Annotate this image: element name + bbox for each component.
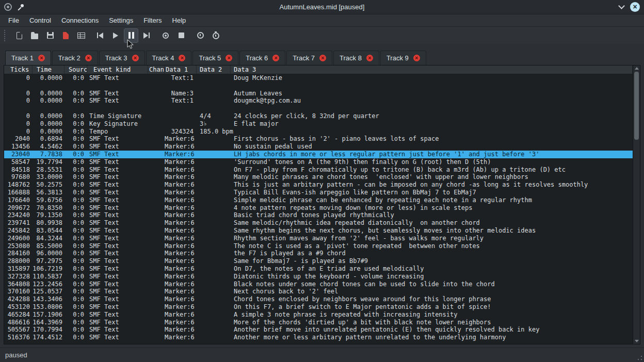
record-button[interactable] [158, 28, 173, 43]
resize-grip[interactable] [637, 355, 643, 361]
tab-track-4[interactable]: Track 4× [146, 51, 192, 65]
event-row[interactable]: 424288143.34060:0SMF TextMarker:6Chord t… [4, 295, 633, 303]
tab-track-9[interactable]: Track 9× [380, 51, 426, 65]
tab-label: Track 2 [58, 54, 81, 62]
cell-data-2 [197, 196, 231, 204]
event-row[interactable]: 453120153.08060:0SMF TextMarker:6On this… [4, 303, 633, 311]
event-row[interactable]: 00.00000:0SMF TextText:1dougmck@tpg.com.… [4, 97, 633, 105]
scroll-down-icon[interactable] [635, 340, 639, 342]
column-header-event-kind[interactable]: Event kind [87, 65, 148, 74]
event-row[interactable]: 20400.68940:0SMF TextMarker:6First choru… [4, 135, 633, 143]
menu-item-connections[interactable]: Connections [56, 15, 104, 25]
event-row[interactable]: 00.00000:0Tempo324324185.0 bpm [4, 128, 633, 136]
tab-track-1[interactable]: Track 1× [5, 51, 51, 65]
menu-item-help[interactable]: Help [167, 15, 191, 25]
tab-track-8[interactable]: Track 8× [333, 51, 379, 65]
event-row[interactable]: 370160125.05370:0SMF TextMarker:6Next ch… [4, 288, 633, 295]
tab-close-icon[interactable]: × [226, 55, 232, 61]
tab-close-icon[interactable]: × [413, 55, 420, 61]
event-row[interactable]: 505567170.79940:0SMF TextMarker:6Another… [4, 326, 633, 334]
open-file-button[interactable] [27, 28, 42, 43]
column-header-ticks[interactable]: Ticks [4, 65, 33, 74]
column-header-source[interactable]: Source [65, 65, 87, 74]
menu-item-control[interactable]: Control [24, 15, 56, 25]
event-row[interactable]: 23424079.13500:0SMF TextMarker:6Basic tr… [4, 211, 633, 219]
event-row[interactable]: 465284157.19060:0SMF TextMarker:6A simpl… [4, 311, 633, 319]
cell-source: 0:0 [65, 281, 87, 288]
event-row[interactable]: 00.00000:0Time Signature4/424 clocks per… [4, 112, 633, 120]
menu-item-filters[interactable]: Filters [138, 15, 167, 25]
event-row[interactable]: 00.00000:0SMF TextText:1Doug McKenzie [4, 74, 633, 82]
cell-time: 0.0000 [33, 128, 65, 136]
column-header-chan[interactable]: Chan [148, 65, 165, 74]
event-row[interactable]: 00.00000:0Key Signature3♭E flat major [4, 120, 633, 128]
play-button[interactable] [108, 28, 123, 43]
pin-icon[interactable] [17, 4, 24, 11]
event-row[interactable]: 230407.78380:0SMF TextMarker:6LH jabs ch… [4, 151, 633, 158]
event-row[interactable]: 24960084.32440:0SMF TextMarker:6Rhythm s… [4, 235, 633, 242]
scroll-up-icon[interactable] [635, 67, 639, 70]
tab-close-icon[interactable]: × [179, 55, 185, 61]
application-window: AutumnLeaves.mid [paused] × FileControlC… [0, 0, 644, 362]
tab-close-icon[interactable]: × [85, 55, 92, 61]
event-row[interactable]: 9768033.00000:0SMF TextMarker:6Many melo… [4, 173, 633, 181]
timer-button[interactable] [193, 28, 207, 43]
tab-track-6[interactable]: Track 6× [239, 51, 285, 65]
cell-data-3: Simple melodic phrase can be enhanced by… [231, 196, 633, 204]
event-row[interactable]: 16688856.38130:0SMF TextMarker:6Typical … [4, 189, 633, 196]
save-file-button[interactable] [43, 28, 57, 43]
event-row[interactable]: 327328110.58370:0SMF TextMarker:6Diatoni… [4, 273, 633, 281]
scrollbar-thumb[interactable] [634, 72, 639, 140]
event-row[interactable]: 23974180.99380:0SMF TextMarker:6Same mel… [4, 219, 633, 227]
event-row[interactable]: 14876250.25750:0SMF TextMarker:6This is … [4, 181, 633, 189]
event-row[interactable]: 5854719.77940:0SMF TextMarker:6'Surround… [4, 158, 633, 166]
event-row[interactable]: 28800097.29750:0SMF TextMarker:6Same for… [4, 257, 633, 265]
event-row[interactable]: 516376174.45120:0SMF TextMarker:6Another… [4, 334, 633, 341]
skip-backward-button[interactable] [93, 28, 107, 43]
column-header-data-3[interactable]: Data 3 [231, 65, 633, 74]
cell-source [65, 105, 87, 112]
pause-button[interactable] [124, 28, 138, 43]
event-row[interactable]: 364808123.24560:0SMF TextMarker:6Black n… [4, 281, 633, 288]
event-list-button[interactable] [74, 28, 88, 43]
event-row[interactable]: 17664059.67560:0SMF TextMarker:6Simple m… [4, 196, 633, 204]
tab-track-5[interactable]: Track 5× [192, 51, 238, 65]
event-row[interactable]: 486616164.39690:0SMF TextMarker:6More of… [4, 319, 633, 326]
close-file-button[interactable] [58, 28, 73, 43]
tab-close-icon[interactable]: × [319, 55, 326, 61]
tab-close-icon[interactable]: × [132, 55, 139, 61]
event-row[interactable]: 25308085.50000:0SMF TextMarker:6The note… [4, 242, 633, 250]
menu-item-settings[interactable]: Settings [104, 15, 138, 25]
new-file-button[interactable] [12, 28, 26, 43]
tab-close-icon[interactable]: × [366, 55, 373, 61]
tab-track-7[interactable]: Track 7× [286, 51, 332, 65]
skip-forward-button[interactable] [139, 28, 154, 43]
close-window-button[interactable]: × [630, 2, 640, 12]
event-row[interactable]: 134564.54620:0SMF TextMarker:6No sustain… [4, 143, 633, 151]
chevron-down-icon[interactable] [618, 3, 625, 9]
tab-close-icon[interactable]: × [38, 55, 45, 61]
event-row[interactable]: 315897106.72190:0SMF TextMarker:6On D7, … [4, 265, 633, 273]
vertical-scrollbar[interactable] [633, 65, 640, 344]
cell-data-1: Marker:6 [165, 311, 197, 319]
event-row[interactable] [4, 82, 633, 90]
event-row[interactable] [4, 105, 633, 112]
event-row[interactable]: 24584283.05440:0SMF TextMarker:6Same rhy… [4, 227, 633, 235]
tab-track-3[interactable]: Track 3× [99, 51, 145, 65]
column-header-data-1[interactable]: Data 1 [165, 65, 197, 74]
toolbar-grip[interactable] [4, 30, 6, 41]
tab-label: Track 6 [246, 54, 268, 62]
cell-event-kind: SMF Text [87, 151, 148, 158]
event-row[interactable]: 20967270.83500:0SMF TextMarker:64 note p… [4, 204, 633, 212]
event-row[interactable]: 28416096.00000:0SMF TextMarker:6the F7 i… [4, 250, 633, 257]
event-row[interactable]: 00.00000:0SMF TextName:3Autumn Leaves [4, 90, 633, 97]
tab-track-2[interactable]: Track 2× [52, 51, 98, 65]
stop-button[interactable] [174, 28, 188, 43]
stopwatch-button[interactable] [208, 28, 223, 43]
tab-close-icon[interactable]: × [272, 55, 279, 61]
column-header-data-2[interactable]: Data 2 [197, 65, 231, 74]
column-header-time[interactable]: Time [33, 65, 65, 74]
menu-item-file[interactable]: File [3, 15, 24, 25]
event-table: TicksTimeSourceEvent kindChanData 1Data … [4, 65, 640, 344]
event-row[interactable]: 8451828.55310:0SMF TextMarker:6On F7 - p… [4, 166, 633, 174]
